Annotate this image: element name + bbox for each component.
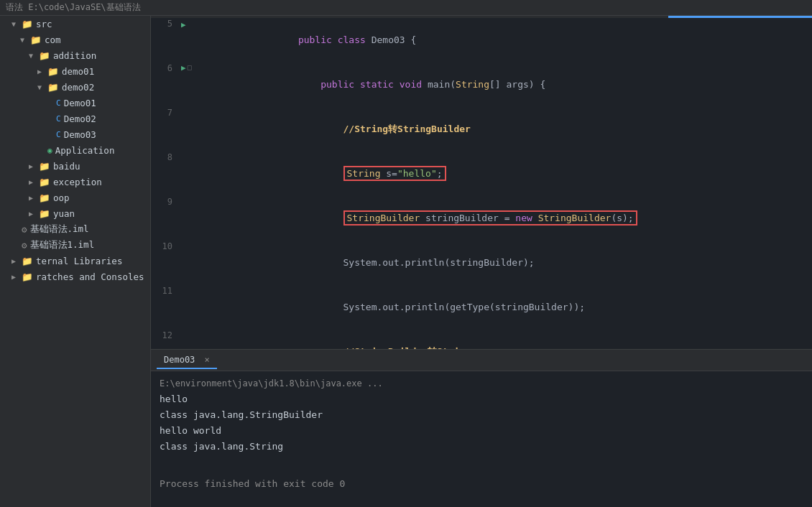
sidebar-label: Application xyxy=(55,145,115,156)
console-content: E:\environment\java\jdk1.8\bin\java.exe … xyxy=(151,371,812,507)
code-line: //StringBuilder转String xyxy=(194,330,812,349)
arrow-icon: ▶ xyxy=(11,273,20,281)
code-table: 5 ▶ public class Demo03 { 6 ▶ □ xyxy=(151,18,812,349)
line-number: 9 xyxy=(151,196,181,241)
console-area: Demo03 × E:\environment\java\jdk1.8\bin\… xyxy=(151,349,812,507)
sidebar-label: demo01 xyxy=(62,66,94,77)
iml-icon: ⚙ xyxy=(22,240,27,251)
sidebar-item-oop[interactable]: ▶ 📁 oop xyxy=(0,190,150,205)
sidebar-item-addition[interactable]: ▼ 📁 addition xyxy=(0,47,150,63)
sidebar-item-iml2[interactable]: ⚙ 基础语法1.iml xyxy=(0,237,150,253)
iml-icon: ⚙ xyxy=(22,224,27,235)
sidebar-item-scratches[interactable]: ▶ 📁 ratches and Consoles xyxy=(0,269,150,284)
folder-icon: 📁 xyxy=(22,256,33,266)
gutter xyxy=(181,107,194,152)
sidebar-item-exception[interactable]: ▶ 📁 exception xyxy=(0,174,150,190)
code-line: public static void main(String[] args) { xyxy=(194,62,812,107)
gutter xyxy=(181,330,194,349)
line-number: 10 xyxy=(151,241,181,285)
console-close-button[interactable]: × xyxy=(205,355,210,365)
arrow-icon: ▼ xyxy=(11,20,20,28)
arrow-icon: ▶ xyxy=(29,194,37,202)
sidebar: ▼ 📁 src ▼ 📁 com ▼ 📁 addition ▶ 📁 demo01 … xyxy=(0,16,151,507)
line-number: 8 xyxy=(151,152,181,196)
sidebar-label: yuan xyxy=(53,208,75,219)
table-row: 9 StringBuilder stringBuilder = new Stri… xyxy=(151,196,812,241)
table-row: 10 System.out.println(stringBuilder); xyxy=(151,241,812,285)
top-bar-path: 语法 E:\code\JavaSE\基础语法 xyxy=(6,1,141,14)
sidebar-item-Demo01[interactable]: C Demo01 xyxy=(0,95,150,111)
code-line: //String转StringBuilder xyxy=(194,107,812,152)
gutter xyxy=(181,241,194,285)
code-area: 5 ▶ public class Demo03 { 6 ▶ □ xyxy=(151,16,812,507)
arrow-icon: ▶ xyxy=(11,257,20,265)
code-line: StringBuilder stringBuilder = new String… xyxy=(194,196,812,241)
gutter xyxy=(181,196,194,241)
run-icon[interactable]: ▶ xyxy=(181,20,186,29)
sidebar-label: src xyxy=(36,19,52,29)
line-number: 7 xyxy=(151,107,181,152)
line-number: 11 xyxy=(151,285,181,330)
sidebar-item-src[interactable]: ▼ 📁 src xyxy=(0,16,150,32)
folder-icon: 📁 xyxy=(22,271,33,282)
arrow-icon: ▶ xyxy=(29,162,37,170)
line-number: 6 xyxy=(151,62,181,107)
sidebar-label: baidu xyxy=(53,161,80,172)
arrow-icon: ▼ xyxy=(20,36,29,44)
java-app-icon: ◉ xyxy=(47,146,52,155)
java-class-icon: C xyxy=(56,130,61,139)
java-class-icon: C xyxy=(56,114,61,124)
main-area: ▼ 📁 src ▼ 📁 com ▼ 📁 addition ▶ 📁 demo01 … xyxy=(0,16,812,507)
folder-icon: 📁 xyxy=(39,192,50,203)
code-line: System.out.println(stringBuilder); xyxy=(194,241,812,285)
sidebar-item-demo01[interactable]: ▶ 📁 demo01 xyxy=(0,63,150,79)
arrow-icon: ▼ xyxy=(29,52,37,60)
console-path: E:\environment\java\jdk1.8\bin\java.exe … xyxy=(160,376,803,391)
sidebar-label: addition xyxy=(53,50,96,61)
folder-icon: 📁 xyxy=(39,50,50,61)
console-output-hello: hello xyxy=(160,391,803,407)
console-tab-demo03[interactable]: Demo03 × xyxy=(157,352,217,369)
gutter xyxy=(181,152,194,196)
table-row: 12 //StringBuilder转String xyxy=(151,330,812,349)
sidebar-label: demo02 xyxy=(62,82,94,93)
sidebar-label: Demo02 xyxy=(64,113,96,124)
sidebar-label: ternal Libraries xyxy=(36,256,122,266)
gutter: ▶ □ xyxy=(181,62,194,107)
sidebar-item-iml1[interactable]: ⚙ 基础语法.iml xyxy=(0,221,150,237)
sidebar-label: com xyxy=(45,34,61,45)
sidebar-item-com[interactable]: ▼ 📁 com xyxy=(0,32,150,47)
fold-icon[interactable]: □ xyxy=(188,63,192,73)
sidebar-label: 基础语法1.iml xyxy=(30,239,95,251)
sidebar-item-Demo02[interactable]: C Demo02 xyxy=(0,111,150,126)
sidebar-item-ext-libs[interactable]: ▶ 📁 ternal Libraries xyxy=(0,253,150,269)
folder-icon: 📁 xyxy=(30,34,42,45)
sidebar-label: oop xyxy=(53,192,70,203)
sidebar-label: Demo01 xyxy=(64,98,96,108)
code-line: System.out.println(getType(stringBuilder… xyxy=(194,285,812,330)
sidebar-label: 基础语法.iml xyxy=(30,223,89,236)
arrow-icon: ▼ xyxy=(37,83,46,91)
top-bar: 语法 E:\code\JavaSE\基础语法 xyxy=(0,0,812,16)
sidebar-item-baidu[interactable]: ▶ 📁 baidu xyxy=(0,158,150,174)
sidebar-item-demo02[interactable]: ▼ 📁 demo02 xyxy=(0,79,150,95)
sidebar-item-application[interactable]: ◉ Application xyxy=(0,142,150,158)
sidebar-item-yuan[interactable]: ▶ 📁 yuan xyxy=(0,205,150,221)
folder-icon: 📁 xyxy=(22,19,33,29)
sidebar-label: Demo03 xyxy=(64,129,96,140)
gutter: ▶ xyxy=(181,18,194,62)
table-row: 6 ▶ □ public static void main(String[] a… xyxy=(151,62,812,107)
line-number: 12 xyxy=(151,330,181,349)
code-line: String s="hello"; xyxy=(194,152,812,196)
arrow-icon: ▶ xyxy=(29,178,37,186)
run-icon[interactable]: ▶ xyxy=(181,63,186,73)
gutter xyxy=(181,285,194,330)
folder-icon: 📁 xyxy=(39,161,50,172)
sidebar-item-Demo03[interactable]: C Demo03 xyxy=(0,126,150,142)
table-row: 8 String s="hello"; xyxy=(151,152,812,196)
console-tab-bar: Demo03 × xyxy=(151,350,812,371)
sidebar-label: ratches and Consoles xyxy=(36,271,144,282)
code-editor[interactable]: 5 ▶ public class Demo03 { 6 ▶ □ xyxy=(151,18,812,349)
arrow-icon: ▶ xyxy=(37,68,46,75)
line-number: 5 xyxy=(151,18,181,62)
